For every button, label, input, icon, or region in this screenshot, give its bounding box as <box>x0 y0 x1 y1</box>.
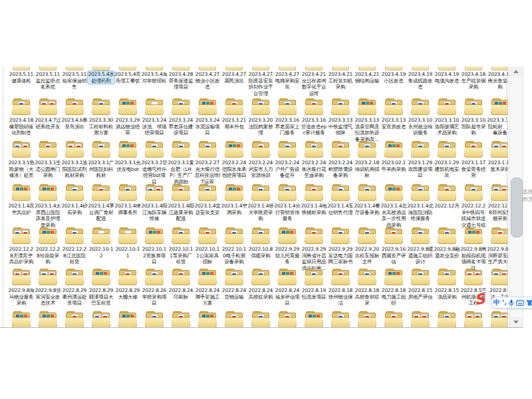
folder-item[interactable] <box>221 311 247 328</box>
folder-item[interactable]: 2022.10.12置换券项目 <box>141 227 168 265</box>
folder-item[interactable]: 2022.9.8黄河桥梁车间生产房大修 <box>487 227 508 265</box>
folder-item[interactable]: 2023.3.1危险废物（大修渣）处置 <box>8 141 35 179</box>
folder-item[interactable] <box>141 311 168 328</box>
folder-item[interactable]: 2022.9.20出租车投标文件 <box>354 227 380 265</box>
folder-item[interactable]: 2023.2.24武安市人力资源培训 <box>247 141 274 179</box>
folder-item[interactable]: 2023.1.4地铁辅材采购 <box>301 184 327 215</box>
folder-item[interactable]: 2023.3.1管道燃气特许经营bot项目 <box>141 141 168 185</box>
folder-item[interactable]: 2023.3.30工程材料检测方案 <box>88 98 114 136</box>
folder-item[interactable] <box>354 311 380 328</box>
folder-item[interactable]: 2023.3.21顺丰外包 <box>221 98 247 130</box>
folder-item[interactable]: 2022.9.29富达电力国网三家标书 <box>327 227 354 265</box>
folder-item[interactable]: 2022.9.8南航模拟机现场聘名卡项目 <box>460 227 487 271</box>
folder-item[interactable]: 2023.1.4砂石采购 <box>61 184 88 215</box>
folder-item[interactable]: 2023.3.24水泥运输项目 <box>194 98 221 136</box>
folder-item[interactable]: 2023.1.4车位销售代理 <box>327 184 354 215</box>
folder-item[interactable]: 2023.3.16养老居家上门服务 <box>274 98 301 136</box>
ime-chinese-mode-icon[interactable]: 中 <box>493 298 500 307</box>
folder-item[interactable]: 2023.4.21工程装卸机采购 <box>327 66 354 90</box>
folder-item[interactable]: 2023.4.18橡塑脱硝催化剂制造 <box>8 98 35 136</box>
folder-item[interactable]: 2023.1.4侨大学政府采购 <box>247 184 274 222</box>
folder-item[interactable]: 2023.1.4餐厅设备采购 <box>354 184 380 215</box>
folder-item[interactable] <box>407 311 434 328</box>
folder-item[interactable]: 2023.1.17食堂劳务经营 <box>460 141 487 179</box>
folder-item[interactable]: 2023.02.1牛羊肉采购 <box>380 141 407 172</box>
folder-item[interactable]: 2023.4.19电缆沟改造 <box>434 66 460 84</box>
folder-item[interactable]: 2023.3.29酒店物业经营 <box>114 98 141 136</box>
folder-item[interactable]: 2023.3.13安置房改造 <box>380 98 407 130</box>
folder-item[interactable]: 2023.5.11给家保油销售 <box>61 66 88 90</box>
ime-microphone-icon[interactable] <box>509 299 514 307</box>
folder-item[interactable]: 2023.3.1广州医院妇科耗材 <box>88 141 114 179</box>
folder-item[interactable]: 2023.5.4水处理药剂 <box>88 66 114 84</box>
folder-item[interactable]: 2023.1.10苗木采购 <box>487 141 508 172</box>
sogou-logo-icon[interactable]: S <box>473 291 485 308</box>
ime-skin-shirt-icon[interactable] <box>526 299 532 306</box>
folder-item[interactable] <box>194 311 221 328</box>
folder-item[interactable]: 2023.4.19小区改造 <box>380 66 407 84</box>
folder-item[interactable]: 2022.9.8海马物业服务采购 <box>8 269 35 307</box>
folder-item[interactable]: 2022.8.18电力施工组织 <box>380 269 407 307</box>
folder-item[interactable]: 2023.3.1光伏发电bot <box>114 141 141 172</box>
folder-item[interactable]: 2023.2.24衡水银行花生油采购 <box>301 141 327 179</box>
folder-item[interactable]: 2022.8.19恒温库项目 <box>301 269 327 300</box>
folder-item[interactable]: 2022.12.28垃圾袋采购 <box>35 227 61 265</box>
folder-item[interactable]: 2023.1.4茅台酒厂食材配送 <box>88 184 114 222</box>
folder-item[interactable]: 2022.8.24脚手架施工方案 <box>194 269 221 307</box>
folder-item[interactable]: 2022.12.28郑州发酵糖采购 <box>487 184 508 222</box>
folder-item[interactable] <box>8 311 35 328</box>
folder-item[interactable]: 2023.3.13中铁监理气候牌 <box>327 98 354 136</box>
folder-item[interactable]: 2023.4.18南京食堂采购 <box>487 66 508 90</box>
scrollbar-up-button[interactable] <box>509 66 523 76</box>
folder-item[interactable]: 2022.10.8供暖采购 <box>247 227 274 259</box>
folder-item[interactable] <box>35 311 61 328</box>
folder-item[interactable]: 2023.1.4太原西山医院床单及护理垫采购 <box>35 184 61 228</box>
folder-item[interactable]: 2022.8.29丽泽项目大巴车租赁 <box>88 269 114 307</box>
folder-item[interactable]: 2022.10.11泵采购厂租赁 <box>168 227 194 265</box>
folder-item[interactable] <box>61 311 88 328</box>
folder-item[interactable]: 2022.8.18高校食材联采 <box>354 269 380 307</box>
folder-item[interactable]: 2023.2.18培训机构招标 <box>354 141 380 179</box>
folder-item[interactable]: 2023.2.24信阳水库承包经营项目 <box>221 141 247 179</box>
folder-item[interactable]: 2022.8.24货物运输 <box>221 269 247 300</box>
folder-item[interactable]: 2023.1.4阳江海防车辆维修 <box>141 184 168 222</box>
folder-item[interactable]: 2023.3.20法院档案整理 <box>247 98 274 136</box>
folder-item[interactable]: 2023.4.27电梯采购安装 <box>274 66 301 90</box>
folder-item[interactable] <box>460 311 487 328</box>
folder-item[interactable]: 2023.4.6秦皇岛演出 <box>61 98 88 130</box>
folder-item[interactable]: 2022.9.16西藏资产评估 <box>380 227 407 265</box>
folder-item[interactable]: 2023.5.11监控监听点名系统 <box>35 66 61 90</box>
ime-toolbar[interactable]: S 中 ’, <box>473 291 532 309</box>
folder-item[interactable]: 2023.5.4青岛理工餐饮 <box>114 66 141 84</box>
folder-item[interactable]: 2023.1.4分行营销宣传服务 <box>274 184 301 222</box>
folder-item[interactable]: 2023.3.1医院耗材、消毒设备 <box>487 98 508 136</box>
folder-item[interactable]: 2023.4.27物业小区改造 <box>194 66 221 90</box>
folder-item[interactable]: 2023.1.4律师事务所 <box>114 184 141 215</box>
folder-item[interactable]: 2023.5.4海尔学校招租 <box>141 66 168 84</box>
folder-item[interactable]: 2023.3.24养老床位建设项目 <box>168 98 194 136</box>
ime-punctuation-icon[interactable]: ’, <box>502 299 507 306</box>
folder-item[interactable]: 2023.4.21钢结构运输 <box>354 66 380 84</box>
folder-item[interactable] <box>114 311 141 328</box>
folder-item[interactable]: 2023.2.27光大银行信息科技运维IT运营 <box>194 141 221 185</box>
folder-item[interactable]: 2023.1.4真空共晶炉 <box>8 184 35 215</box>
folder-item[interactable]: 2022.8.24高校联采购 <box>247 269 274 300</box>
folder-item[interactable] <box>434 311 460 328</box>
folder-item[interactable] <box>301 311 327 328</box>
folder-item[interactable]: 2023.3.1生态公园南门采购 <box>35 141 61 179</box>
folder-item[interactable]: 2023.4.18生产线装钢采购 <box>460 66 487 90</box>
folder-item[interactable]: 2023.4.7过磅系统开发 <box>35 98 61 130</box>
folder-item[interactable]: 2023.3.16管道改造epc审计服务 <box>301 98 327 136</box>
folder-item[interactable] <box>88 311 114 328</box>
folder-item[interactable] <box>327 311 354 328</box>
folder-item[interactable]: 2022.8.15房地产评估 <box>407 269 434 300</box>
folder-item[interactable] <box>247 311 274 328</box>
folder-item[interactable]: 2023.4.19集成线路改造 <box>407 66 434 90</box>
folder-item[interactable]: 2023.1.29农田建设项目 <box>407 141 434 179</box>
folder-item[interactable] <box>380 311 407 328</box>
ime-keyboard-icon[interactable] <box>516 300 524 306</box>
folder-item[interactable]: 2022.9.29幼儿托育服务 <box>274 227 301 265</box>
folder-item[interactable]: 2022.9.29河南省许昌监狱日用品供应站南... <box>301 227 327 271</box>
folder-item[interactable]: 2022.8.24城乡评估项目 <box>274 269 301 307</box>
folder-item[interactable] <box>487 311 508 328</box>
